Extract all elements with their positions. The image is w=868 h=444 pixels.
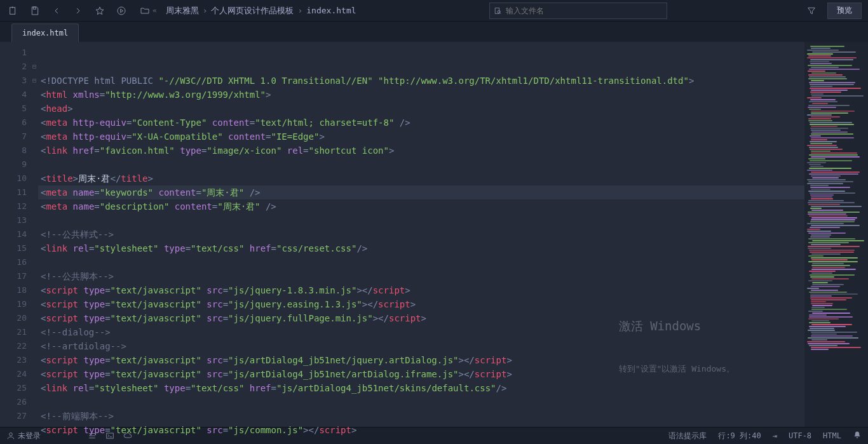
minimap-line xyxy=(809,164,821,165)
code-editor[interactable]: 1234567891011121314151617181920212223242… xyxy=(0,42,868,427)
minimap-line xyxy=(808,202,855,203)
code-line[interactable]: <title>周末·君</title> xyxy=(38,172,804,185)
search-input[interactable] xyxy=(506,6,663,15)
code-line[interactable]: <!--公共样式--> xyxy=(38,227,804,241)
minimap-line xyxy=(810,122,852,123)
code-line[interactable] xyxy=(38,158,804,172)
fold-column[interactable]: ⊟⊟ xyxy=(31,42,38,427)
minimap-line xyxy=(808,280,833,281)
save-icon[interactable] xyxy=(25,1,44,20)
code-line[interactable]: <!--公共脚本--> xyxy=(38,269,804,283)
minimap-line xyxy=(810,187,850,188)
fold-marker xyxy=(31,144,38,158)
minimap-line xyxy=(811,244,841,245)
minimap-line xyxy=(811,290,838,291)
minimap-line xyxy=(810,166,824,167)
code-line[interactable]: <script type="text/javascript" src="js/j… xyxy=(38,311,804,325)
minimap-line xyxy=(811,133,853,135)
fold-marker xyxy=(31,116,38,130)
back-icon[interactable] xyxy=(47,1,66,20)
minimap-line xyxy=(810,295,832,297)
minimap-line xyxy=(807,162,826,163)
user-status[interactable]: 未登录 xyxy=(6,431,41,441)
forward-icon[interactable] xyxy=(69,1,88,20)
code-area[interactable]: <!DOCTYPE html PUBLIC "-//W3C//DTD XHTML… xyxy=(38,42,804,427)
code-line[interactable]: <meta name="keywords" content="周末·君" /> xyxy=(38,185,804,199)
svg-rect-0 xyxy=(10,7,15,14)
code-line[interactable]: <meta http-equiv="Content-Type" content=… xyxy=(38,116,804,130)
code-line[interactable]: <script type="text/javascript" src="js/c… xyxy=(38,423,804,437)
code-line[interactable] xyxy=(38,437,804,444)
minimap-line xyxy=(811,217,857,219)
code-line[interactable]: <!--前端脚本--> xyxy=(38,409,804,423)
code-line[interactable]: <script type="text/javascript" src="js/a… xyxy=(38,353,804,367)
code-line[interactable]: <!--dialog--> xyxy=(38,325,804,339)
filter-icon[interactable] xyxy=(802,1,821,20)
code-line[interactable]: <html xmlns="http://www.w3.org/1999/xhtm… xyxy=(38,88,804,102)
breadcrumb-item[interactable]: 周末雅黑 xyxy=(166,5,199,17)
star-icon[interactable] xyxy=(90,1,109,20)
code-line[interactable]: <script type="text/javascript" src="js/a… xyxy=(38,367,804,381)
breadcrumb-item[interactable]: index.html xyxy=(306,6,356,15)
code-line[interactable]: <link href="favicon.html" type="image/x-… xyxy=(38,144,804,158)
code-line[interactable]: <script type="text/javascript" src="js/j… xyxy=(38,283,804,297)
minimap-line xyxy=(810,143,833,144)
minimap[interactable] xyxy=(804,42,868,427)
minimap-line xyxy=(811,131,848,133)
preview-button[interactable]: 预览 xyxy=(827,3,862,19)
breadcrumb-item[interactable]: 个人网页设计作品模板 xyxy=(211,5,294,17)
svg-rect-1 xyxy=(33,7,36,9)
fold-marker xyxy=(31,172,38,185)
minimap-line xyxy=(810,61,829,62)
code-line[interactable]: <!--artdiolag--> xyxy=(38,339,804,353)
play-icon[interactable] xyxy=(112,1,131,20)
minimap-line xyxy=(811,259,848,260)
code-line[interactable]: <!DOCTYPE html PUBLIC "-//W3C//DTD XHTML… xyxy=(38,74,804,88)
code-line[interactable]: <meta http-equiv="X-UA-Compatible" conte… xyxy=(38,130,804,144)
minimap-line xyxy=(809,76,846,77)
minimap-line xyxy=(811,67,839,68)
minimap-line xyxy=(810,328,835,329)
minimap-line xyxy=(811,324,851,325)
fold-marker[interactable]: ⊟ xyxy=(31,60,38,74)
code-line[interactable] xyxy=(38,255,804,269)
minimap-line xyxy=(808,181,853,182)
fold-marker xyxy=(31,255,38,269)
minimap-line xyxy=(812,267,845,268)
fold-marker[interactable]: ⊟ xyxy=(31,74,38,88)
file-export-icon[interactable] xyxy=(4,1,23,20)
minimap-line xyxy=(811,299,846,300)
line-number: 18 xyxy=(0,283,31,297)
minimap-line xyxy=(811,333,837,335)
tab-active[interactable]: index.html xyxy=(11,24,79,42)
minimap-line xyxy=(810,46,844,47)
bell-icon[interactable] xyxy=(853,431,862,441)
minimap-line xyxy=(808,318,839,320)
fold-marker xyxy=(31,409,38,423)
folder-icon[interactable] xyxy=(137,1,153,20)
code-line[interactable] xyxy=(38,395,804,409)
code-line[interactable]: <link rel="stylesheet" type="text/css" h… xyxy=(38,381,804,395)
minimap-line xyxy=(809,314,827,316)
minimap-line xyxy=(811,335,852,337)
file-search-box[interactable] xyxy=(489,3,667,19)
fold-marker xyxy=(31,213,38,227)
code-line[interactable]: <link rel="stylesheet" type="text/css" h… xyxy=(38,241,804,255)
code-line[interactable]: <meta name="description" content="周末·君" … xyxy=(38,199,804,213)
minimap-line xyxy=(811,303,833,304)
language-mode[interactable]: HTML xyxy=(823,431,841,440)
minimap-line xyxy=(810,194,834,196)
code-line[interactable]: <script type="text/javascript" src="js/j… xyxy=(38,297,804,311)
main-toolbar: « 周末雅黑 › 个人网页设计作品模板 › index.html 预览 xyxy=(0,0,868,22)
minimap-line xyxy=(812,282,828,283)
minimap-line xyxy=(808,242,849,243)
minimap-line xyxy=(811,320,829,321)
minimap-line xyxy=(810,274,855,276)
line-number: 19 xyxy=(0,297,31,311)
minimap-line xyxy=(809,109,821,110)
minimap-line xyxy=(810,227,840,228)
code-line[interactable]: <head> xyxy=(38,102,804,116)
minimap-line xyxy=(810,135,821,137)
minimap-line xyxy=(811,286,840,287)
code-line[interactable] xyxy=(38,213,804,227)
